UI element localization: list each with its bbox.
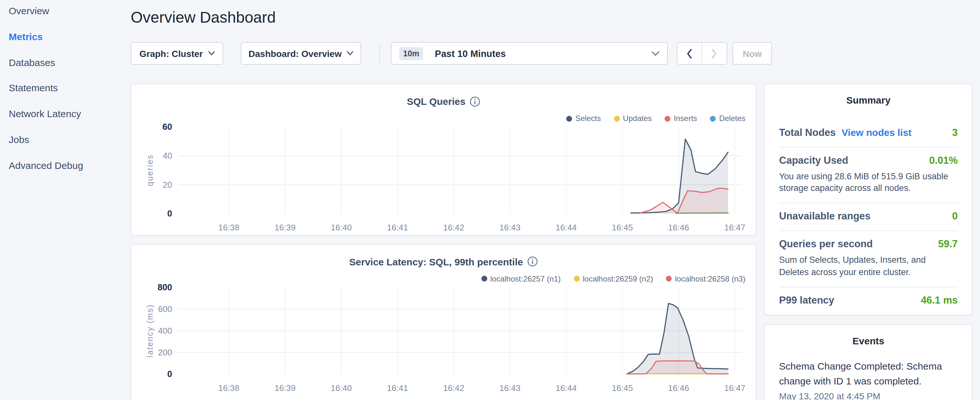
sidebar-item-metrics[interactable]: Metrics (9, 31, 125, 45)
summary-title: Summary (779, 94, 958, 105)
svg-text:16:42: 16:42 (443, 383, 464, 392)
svg-text:16:43: 16:43 (500, 383, 520, 392)
svg-text:600: 600 (158, 304, 172, 314)
svg-text:16:39: 16:39 (275, 383, 296, 392)
svg-text:16:47: 16:47 (724, 383, 745, 392)
sidebar-item-network-latency[interactable]: Network Latency (9, 108, 125, 122)
summary-row-value: 3 (952, 127, 958, 139)
chevron-right-icon (711, 48, 717, 59)
toolbar-divider (379, 43, 380, 64)
summary-row: Capacity Used0.01%You are using 28.6 MiB… (779, 147, 958, 203)
svg-text:16:44: 16:44 (555, 383, 576, 392)
svg-text:20: 20 (163, 180, 172, 190)
sidebar-item-statements[interactable]: Statements (9, 83, 125, 96)
chevron-down-icon (347, 51, 353, 56)
event-timestamp: May 13, 2020 at 4:45 PM (779, 391, 958, 400)
svg-text:16:42: 16:42 (443, 223, 464, 233)
summary-row: Unavailable ranges0 (779, 203, 958, 231)
svg-text:40: 40 (163, 151, 172, 161)
events-title: Events (779, 335, 958, 346)
events-panel: Events Schema Change Completed: Schema c… (764, 324, 972, 400)
chevron-down-icon (652, 51, 659, 56)
svg-text:16:39: 16:39 (275, 223, 296, 233)
event-item: Schema Change Completed: Schema change w… (779, 359, 958, 400)
summary-row: P99 latency46.1 ms (779, 287, 958, 315)
summary-row-description: Sum of Selects, Updates, Inserts, and De… (779, 255, 958, 278)
svg-text:16:44: 16:44 (555, 223, 576, 233)
sql-queries-chart[interactable]: 16:3816:3916:4016:4116:4216:4316:4416:45… (131, 84, 756, 234)
summary-row-label: Unavailable ranges (779, 211, 871, 222)
svg-text:400: 400 (158, 325, 172, 335)
svg-text:16:40: 16:40 (331, 383, 352, 392)
svg-text:queries: queries (145, 155, 154, 186)
sidebar-nav-list: OverviewMetricsDatabasesStatementsNetwor… (9, 5, 125, 174)
time-window-selector[interactable]: 10m Past 10 Minutes (391, 42, 668, 65)
svg-text:16:43: 16:43 (500, 223, 520, 233)
graph-dropdown-label: Graph: Cluster (140, 48, 203, 59)
chevron-left-icon (687, 48, 692, 59)
graph-dropdown-button[interactable]: Graph: Cluster (131, 42, 223, 65)
summary-row: Queries per second59.7Sum of Selects, Up… (779, 231, 958, 287)
summary-row-label: Total Nodes (779, 127, 836, 139)
svg-text:16:47: 16:47 (724, 223, 745, 233)
summary-row-value: 0 (952, 211, 958, 222)
svg-text:0: 0 (167, 209, 172, 218)
app-root: OverviewMetricsDatabasesStatementsNetwor… (0, 0, 980, 400)
time-next-button[interactable] (702, 43, 727, 64)
svg-text:16:46: 16:46 (668, 223, 689, 233)
svg-text:16:38: 16:38 (218, 223, 239, 233)
dashboard-dropdown-button[interactable]: Dashboard: Overview (241, 42, 361, 65)
svg-text:latency (ms): latency (ms) (145, 304, 154, 357)
time-pager-group (677, 42, 727, 65)
svg-text:16:41: 16:41 (387, 383, 408, 392)
page-title: Overview Dashboard (131, 8, 276, 27)
summary-row-description: You are using 28.6 MiB of 515.9 GiB usab… (779, 171, 958, 194)
sidebar-item-jobs[interactable]: Jobs (9, 134, 125, 148)
time-window-label: Past 10 Minutes (435, 48, 506, 59)
now-button[interactable]: Now (732, 42, 772, 65)
time-window-badge: 10m (399, 47, 423, 60)
summary-row-label: P99 latency (779, 295, 834, 306)
service-latency-chart-card: Service Latency: SQL, 99th percentile lo… (131, 244, 756, 400)
svg-text:16:46: 16:46 (668, 383, 689, 392)
sql-queries-chart-card: SQL Queries SelectsUpdatesInsertsDeletes… (131, 83, 756, 235)
chevron-down-icon (208, 51, 215, 56)
svg-text:60: 60 (162, 122, 172, 132)
svg-text:16:40: 16:40 (331, 223, 352, 233)
time-prev-button[interactable] (678, 43, 702, 64)
svg-text:16:41: 16:41 (387, 223, 408, 233)
summary-row-value: 0.01% (929, 155, 958, 166)
dashboard-dropdown-label: Dashboard: Overview (248, 48, 342, 59)
sidebar-item-overview[interactable]: Overview (9, 5, 125, 19)
summary-row-value: 59.7 (938, 239, 958, 250)
summary-panel: Summary Total NodesView nodes list3Capac… (764, 83, 972, 315)
svg-text:200: 200 (158, 347, 172, 357)
summary-row-value: 46.1 ms (921, 295, 958, 306)
service-latency-chart[interactable]: 16:3816:3916:4016:4116:4216:4316:4416:45… (131, 244, 756, 400)
events-list: Schema Change Completed: Schema change w… (779, 359, 958, 400)
event-text: Schema Change Completed: Schema change w… (779, 359, 958, 388)
svg-text:800: 800 (158, 282, 172, 292)
summary-row-label: Capacity Used (779, 155, 848, 166)
summary-row: Total NodesView nodes list3 (779, 120, 958, 147)
svg-text:16:45: 16:45 (612, 223, 633, 233)
view-nodes-list-link[interactable]: View nodes list (842, 127, 912, 138)
svg-text:0: 0 (167, 369, 172, 379)
svg-text:16:45: 16:45 (612, 383, 633, 392)
summary-row-label: Queries per second (779, 239, 873, 250)
sidebar-item-databases[interactable]: Databases (9, 57, 125, 70)
summary-rows: Total NodesView nodes list3Capacity Used… (779, 120, 958, 315)
sidebar-item-advanced-debug[interactable]: Advanced Debug (9, 160, 125, 174)
svg-text:16:38: 16:38 (218, 383, 239, 392)
sidebar: OverviewMetricsDatabasesStatementsNetwor… (9, 5, 125, 185)
